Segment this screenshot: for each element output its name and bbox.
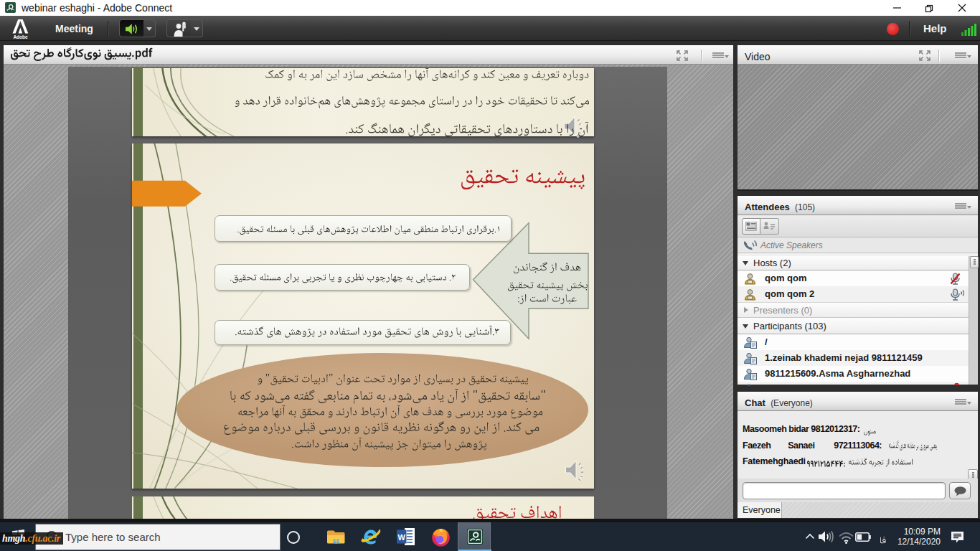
svg-text:Adobe: Adobe — [13, 34, 28, 39]
svg-text:W: W — [398, 533, 406, 542]
